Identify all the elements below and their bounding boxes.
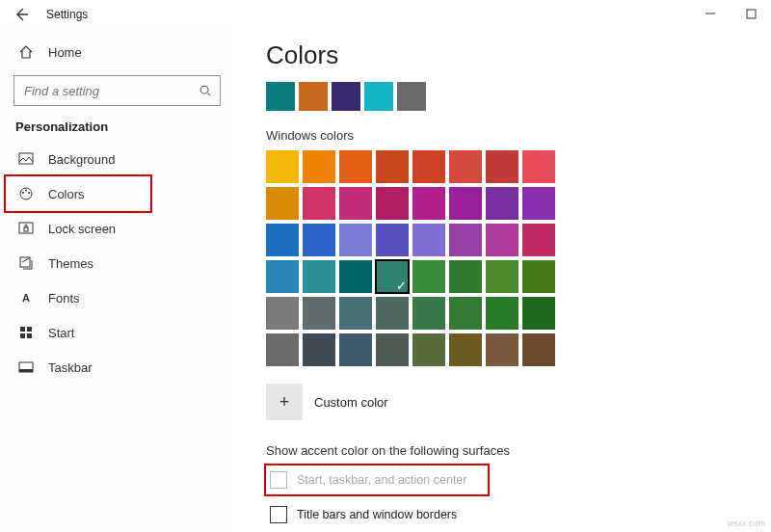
color-swatch[interactable] <box>412 260 445 293</box>
checkbox-titlebars[interactable] <box>270 506 287 523</box>
color-swatch[interactable] <box>266 224 299 256</box>
option-label: Title bars and window borders <box>297 508 457 521</box>
plus-icon: + <box>279 392 290 412</box>
color-swatch[interactable] <box>486 187 518 220</box>
taskbar-icon <box>17 361 35 373</box>
sidebar-item-fonts[interactable]: A Fonts <box>0 280 230 315</box>
watermark: wsxx.com <box>727 519 765 528</box>
sample-swatch <box>299 82 328 111</box>
color-swatch[interactable] <box>412 297 445 330</box>
search-icon <box>199 84 212 97</box>
color-swatch[interactable] <box>266 297 299 330</box>
color-swatch[interactable] <box>486 297 518 330</box>
color-swatch[interactable] <box>412 187 445 220</box>
color-swatch[interactable] <box>266 333 299 366</box>
color-swatch[interactable] <box>486 260 518 293</box>
color-swatch[interactable] <box>412 150 445 183</box>
sidebar-item-label: Fonts <box>48 291 80 306</box>
sidebar-item-lockscreen[interactable]: Lock screen <box>0 211 230 246</box>
windows-colors-grid: ✓ <box>266 150 555 366</box>
color-swatch[interactable] <box>449 333 482 366</box>
svg-point-7 <box>25 190 27 192</box>
palette-icon <box>17 186 35 201</box>
home-label: Home <box>48 45 82 60</box>
svg-rect-14 <box>20 333 25 338</box>
color-swatch[interactable] <box>522 187 555 220</box>
color-swatch[interactable] <box>449 260 482 293</box>
sidebar-item-label: Background <box>48 152 115 167</box>
svg-line-3 <box>208 93 211 96</box>
color-swatch[interactable] <box>303 187 335 220</box>
picture-icon <box>17 151 35 167</box>
color-swatch[interactable] <box>303 297 335 330</box>
color-swatch[interactable] <box>412 333 445 366</box>
color-swatch[interactable] <box>449 224 482 256</box>
color-swatch[interactable]: ✓ <box>376 260 409 293</box>
sidebar-item-start[interactable]: Start <box>0 315 230 350</box>
color-swatch[interactable] <box>376 224 409 256</box>
color-swatch[interactable] <box>376 333 409 366</box>
sidebar-item-label: Themes <box>48 256 93 271</box>
custom-color-button[interactable]: + <box>266 384 303 420</box>
back-button[interactable] <box>8 1 35 28</box>
svg-point-2 <box>200 86 208 93</box>
color-swatch[interactable] <box>522 333 555 366</box>
color-swatch[interactable] <box>522 150 555 183</box>
windows-colors-heading: Windows colors <box>266 128 771 143</box>
sample-swatch <box>266 82 295 111</box>
color-swatch[interactable] <box>449 187 482 220</box>
section-header: Personalization <box>0 116 230 142</box>
sidebar-item-colors[interactable]: Colors <box>6 176 150 211</box>
color-swatch[interactable] <box>376 297 409 330</box>
color-swatch[interactable] <box>339 224 372 256</box>
sidebar-item-themes[interactable]: Themes <box>0 246 230 280</box>
color-swatch[interactable] <box>266 260 299 293</box>
color-swatch[interactable] <box>266 150 299 183</box>
themes-icon <box>17 255 35 271</box>
search-box[interactable] <box>13 75 221 106</box>
custom-color-label: Custom color <box>314 395 388 410</box>
color-swatch[interactable] <box>486 150 518 183</box>
show-accent-heading: Show accent color on the following surfa… <box>266 443 771 458</box>
color-swatch[interactable] <box>339 187 372 220</box>
color-swatch[interactable] <box>522 260 555 293</box>
color-swatch[interactable] <box>303 260 335 293</box>
color-swatch[interactable] <box>412 224 445 256</box>
arrow-left-icon <box>13 7 29 22</box>
color-swatch[interactable] <box>449 150 482 183</box>
color-swatch[interactable] <box>339 297 372 330</box>
color-swatch[interactable] <box>339 260 372 293</box>
svg-rect-12 <box>20 327 25 332</box>
color-swatch[interactable] <box>486 224 518 256</box>
color-swatch[interactable] <box>303 224 335 256</box>
minimize-icon <box>705 8 716 19</box>
sidebar-item-label: Start <box>48 326 74 340</box>
fonts-icon: A <box>17 292 35 304</box>
color-swatch[interactable] <box>449 297 482 330</box>
svg-point-8 <box>28 192 30 194</box>
color-swatch[interactable] <box>376 150 409 183</box>
checkmark-icon: ✓ <box>396 279 407 293</box>
sidebar-item-taskbar[interactable]: Taskbar <box>0 350 230 385</box>
svg-rect-13 <box>27 327 32 332</box>
option-titlebars[interactable]: Title bars and window borders <box>266 500 771 529</box>
sidebar-item-background[interactable]: Background <box>0 142 230 176</box>
color-swatch[interactable] <box>303 150 335 183</box>
color-swatch[interactable] <box>339 150 372 183</box>
color-swatch[interactable] <box>486 333 518 366</box>
search-input[interactable] <box>22 83 199 99</box>
svg-point-6 <box>22 192 24 194</box>
color-swatch[interactable] <box>376 187 409 220</box>
home-button[interactable]: Home <box>0 35 230 69</box>
maximize-button[interactable] <box>731 0 771 27</box>
color-swatch[interactable] <box>266 187 299 220</box>
minimize-button[interactable] <box>690 0 731 27</box>
lock-icon <box>17 221 35 236</box>
color-swatch[interactable] <box>522 224 555 256</box>
color-swatch[interactable] <box>303 333 335 366</box>
color-swatch[interactable] <box>522 297 555 330</box>
color-swatch[interactable] <box>339 333 372 366</box>
svg-rect-1 <box>747 10 756 18</box>
sidebar: Home Personalization Background Colors <box>0 29 231 532</box>
svg-rect-17 <box>19 369 33 372</box>
